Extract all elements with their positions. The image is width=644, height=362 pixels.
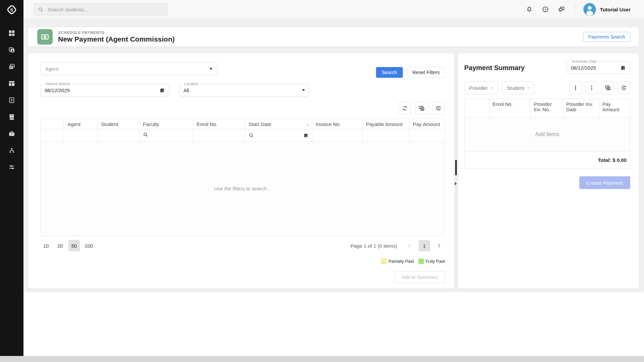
add-to-summary-button[interactable]: Add to Summary [394,271,445,283]
sidebar-item-payments[interactable]: $ [0,92,23,109]
help-button[interactable]: ? [541,5,549,13]
documents-icon [8,63,15,70]
search-icon [249,133,254,138]
banknote-icon [40,32,50,42]
page-size-100[interactable]: 100 [83,240,95,251]
pane-splitter[interactable] [454,53,458,289]
chevron-right-icon [436,243,442,249]
search-input[interactable] [47,6,163,13]
splitter-handle[interactable] [455,160,457,175]
page-header-text: SCHEDULE PAYMENTS New Payment (Agent Com… [58,31,175,43]
filter-cell-invoice-no[interactable] [312,129,363,141]
topbar-divider [575,4,575,15]
column-header-invoice-no[interactable]: Invoice No. [312,119,363,129]
schedule-date-value: 06/12/2025 [571,65,620,71]
page-size-20[interactable]: 20 [54,240,66,251]
sort-ascending-icon: ↑ [491,85,493,90]
sidebar-item-courses[interactable] [0,75,23,92]
page-header-icon-tile [37,29,53,45]
column-header-payable-amount[interactable]: Payable Amount [363,119,410,129]
agent-select-placeholder: Agent [45,66,210,72]
location-label: Location [182,81,200,86]
search-button[interactable]: Search [376,67,403,78]
next-page-button[interactable] [433,240,445,251]
column-header-faculty[interactable]: Faculty [140,119,193,129]
notifications-button[interactable] [525,5,533,13]
summary-empty-row: Add Items [465,117,630,152]
sidebar-item-employers[interactable] [0,125,23,142]
summary-column-pay-amount[interactable]: Pay Amount [600,99,630,117]
summary-column-provider-inv-date[interactable]: Provider Inv. Date [564,99,600,117]
payments-search-button[interactable]: Payments Search [583,32,631,42]
topbar-right: ? [517,3,631,16]
filter-cell-start-date[interactable] [245,129,312,141]
schedule-date-calendar-button[interactable] [620,65,626,71]
column-chooser-button[interactable] [415,102,428,115]
results-empty-row: Use the filters to search... [41,141,445,236]
column-header-pay-amount[interactable]: Pay Amount [410,119,445,129]
page-number-1[interactable]: 1 [419,240,430,251]
briefcase-icon [8,130,15,137]
search-icon [38,7,44,12]
started-before-field[interactable]: Started Before 06/12/2025 [40,84,169,97]
revert-icon [435,105,442,112]
svg-text:S: S [10,7,13,12]
filter-cell-enrol-no[interactable] [193,129,245,141]
group-chip-provider[interactable]: Provider ↑ [464,81,498,94]
column-chooser-icon [604,84,611,91]
summary-title: Payment Summary [464,64,567,72]
partially-paid-label: Partially Paid [388,259,414,264]
schedule-date-field[interactable]: Schedule Date 06/12/2025 [567,61,630,74]
summary-column-enrol-no[interactable]: Enrol No. [490,99,531,117]
filter-cell-student[interactable] [98,129,140,141]
sidebar-item-settings[interactable] [0,159,23,176]
summary-reset-layout-button[interactable] [618,81,630,94]
chat-button[interactable] [557,5,566,13]
create-payment-button[interactable]: Create Payment [579,176,630,189]
column-header-agent[interactable]: Agent [64,119,98,129]
location-select[interactable]: Location All [179,84,309,97]
filter-cell-agent[interactable] [64,129,98,141]
expand-all-button[interactable] [569,81,582,94]
started-before-calendar-button[interactable] [159,87,165,93]
results-table: Agent Student Faculty Enrol No. Start Da… [40,119,445,236]
previous-page-button[interactable] [404,240,415,251]
splitter-collapse-arrow-icon[interactable] [455,182,457,185]
help-icon: ? [542,6,549,13]
sidebar-item-students[interactable] [0,42,23,58]
summary-toolbar [569,81,630,94]
filter-cell-faculty[interactable] [140,129,193,141]
sidebar-item-subjects[interactable] [0,109,23,125]
collapse-all-button[interactable] [585,81,598,94]
user-menu[interactable]: Tutorial User [583,3,631,16]
column-header-start-date[interactable]: Start Date ↓ [245,119,312,129]
provider-chip-label: Provider [469,85,488,91]
column-header-enrol-no[interactable]: Enrol No. [193,119,245,129]
page-size-selector: 10 20 50 100 [40,240,95,251]
sidebar-item-agents[interactable] [0,142,23,159]
page-size-10[interactable]: 10 [40,240,52,251]
global-search [34,3,168,15]
sidebar-item-applications[interactable] [0,58,23,75]
column-header-student[interactable]: Student [98,119,140,129]
reset-filters-button[interactable]: Reset Filters [408,67,445,78]
summary-column-provider-inv-no[interactable]: Provider Inv. No. [531,99,564,117]
reset-layout-button[interactable] [432,102,445,115]
summary-column-chooser-button[interactable] [601,81,614,94]
partially-paid-swatch [381,259,386,264]
sidebar-item-dashboard[interactable] [0,25,23,42]
caret-down-icon [302,89,305,91]
sidebar-nav: $ [0,25,23,176]
sidebar: S [0,0,23,356]
main-area: ? [23,0,644,356]
page-size-50[interactable]: 50 [68,240,80,251]
refresh-button[interactable] [398,102,411,115]
collapse-rows-icon [588,84,595,91]
agent-select[interactable]: Agent [40,62,217,75]
calendar-icon[interactable] [303,133,309,138]
page-title: New Payment (Agent Commission) [58,35,175,43]
group-chip-student[interactable]: Student ↑ [502,81,534,94]
app-logo[interactable]: S [0,0,23,19]
filter-cell-pay-amount[interactable] [410,129,445,141]
filter-cell-payable-amount[interactable] [363,129,410,141]
